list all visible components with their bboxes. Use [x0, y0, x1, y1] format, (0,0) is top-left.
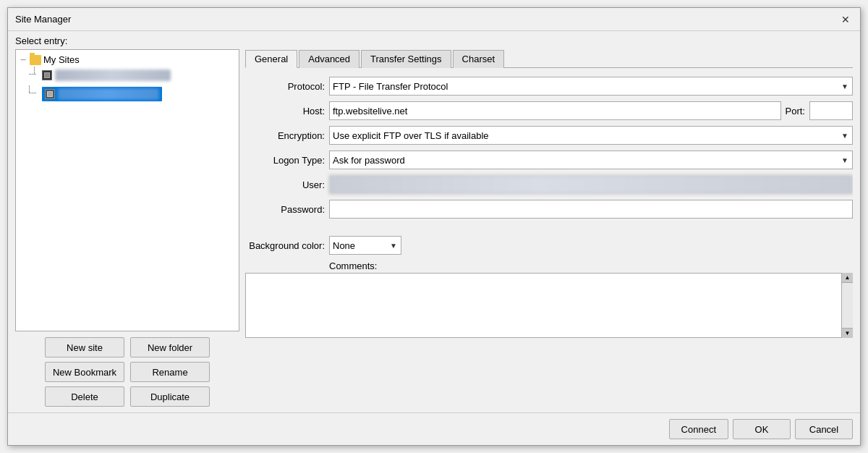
bg-color-select[interactable]: None Red Green Blue Yellow — [329, 236, 401, 255]
site-row-2[interactable] — [42, 87, 162, 101]
port-label: Port: — [786, 106, 805, 117]
duplicate-button[interactable]: Duplicate — [130, 386, 210, 407]
host-label: Host: — [245, 106, 325, 117]
comments-section: Comments: ▲ ▼ — [245, 261, 853, 338]
port-input[interactable] — [809, 101, 853, 120]
close-button[interactable]: ✕ — [838, 12, 853, 27]
delete-button[interactable]: Delete — [45, 386, 124, 407]
site-name-2-blurred — [58, 88, 159, 100]
site-row-1[interactable] — [42, 68, 171, 82]
comments-label-text: Comments: — [329, 261, 377, 271]
user-row: User: — [245, 175, 853, 194]
tab-charset[interactable]: Charset — [453, 50, 505, 68]
site-icon-2 — [45, 89, 55, 99]
tree-root-item[interactable]: ─ My Sites — [19, 53, 236, 67]
left-panel: ─ My Sites — [15, 49, 239, 412]
site-manager-dialog: Site Manager ✕ Select entry: ─ My Sites — [7, 7, 861, 446]
title-bar: Site Manager ✕ — [8, 8, 860, 31]
encryption-select-wrapper: Use explicit FTP over TLS if available O… — [329, 126, 853, 145]
tabs: General Advanced Transfer Settings Chars… — [245, 49, 853, 68]
logon-row: Logon Type: Ask for password Normal Anon… — [245, 151, 853, 169]
scrollbar-up[interactable]: ▲ — [842, 273, 853, 283]
tab-general[interactable]: General — [245, 50, 297, 68]
comments-scrollbar: ▲ ▼ — [841, 273, 853, 338]
new-bookmark-button[interactable]: New Bookmark — [45, 362, 124, 382]
connect-button[interactable]: Connect — [669, 419, 728, 439]
dialog-title: Site Manager — [15, 14, 71, 25]
bg-color-row: Background color: None Red Green Blue Ye… — [245, 236, 853, 255]
ok-button[interactable]: OK — [733, 419, 791, 439]
tree-child-2 — [29, 85, 236, 101]
cancel-button[interactable]: Cancel — [795, 419, 853, 439]
encryption-row: Encryption: Use explicit FTP over TLS if… — [245, 126, 853, 145]
scrollbar-down[interactable]: ▼ — [842, 328, 853, 338]
protocol-row: Protocol: FTP - File Transfer Protocol S… — [245, 77, 853, 96]
host-port-group: Port: — [329, 101, 853, 120]
btn-row-2: New Bookmark Rename — [45, 362, 210, 382]
bg-color-select-wrapper: None Red Green Blue Yellow ▼ — [329, 236, 401, 255]
folder-icon — [30, 55, 41, 65]
host-row: Host: Port: — [245, 101, 853, 120]
right-panel: General Advanced Transfer Settings Chars… — [245, 49, 853, 412]
encryption-label: Encryption: — [245, 130, 325, 141]
new-folder-button[interactable]: New folder — [130, 337, 210, 357]
tab-advanced[interactable]: Advanced — [299, 50, 359, 68]
protocol-select[interactable]: FTP - File Transfer Protocol SFTP - SSH … — [329, 77, 853, 96]
scrollbar-track — [842, 283, 853, 328]
user-label: User: — [245, 179, 325, 190]
tree-expand-icon[interactable]: ─ — [19, 56, 27, 64]
left-buttons: New site New folder New Bookmark Rename … — [15, 331, 239, 412]
site-name-1-blurred — [55, 69, 171, 81]
password-input[interactable] — [329, 200, 853, 219]
form-area: Protocol: FTP - File Transfer Protocol S… — [245, 74, 853, 412]
password-row: Password: — [245, 200, 853, 219]
protocol-select-wrapper: FTP - File Transfer Protocol SFTP - SSH … — [329, 77, 853, 96]
bg-color-label: Background color: — [245, 240, 325, 251]
rename-button[interactable]: Rename — [130, 362, 210, 382]
comments-area-container: ▲ ▼ — [245, 273, 853, 338]
user-input-blurred[interactable] — [329, 175, 853, 194]
main-area: ─ My Sites — [8, 49, 860, 412]
password-label: Password: — [245, 204, 325, 215]
tree-root-label: My Sites — [43, 54, 80, 65]
comments-textarea[interactable] — [245, 273, 853, 338]
new-site-button[interactable]: New site — [45, 337, 124, 357]
logon-select[interactable]: Ask for password Normal Anonymous Intera… — [329, 151, 853, 169]
dialog-body: Select entry: ─ My Sites — [8, 31, 860, 445]
comments-label-row: Comments: — [245, 261, 853, 271]
protocol-label: Protocol: — [245, 81, 325, 92]
btn-row-3: Delete Duplicate — [45, 386, 210, 407]
site-icon-1 — [42, 70, 52, 80]
logon-label: Logon Type: — [245, 155, 325, 166]
bottom-bar: Connect OK Cancel — [8, 412, 860, 445]
tree-child-1 — [29, 67, 236, 82]
tree-children — [29, 67, 236, 101]
select-entry-label: Select entry: — [8, 31, 860, 49]
tab-transfer-settings[interactable]: Transfer Settings — [361, 50, 451, 68]
host-input[interactable] — [329, 101, 781, 120]
logon-select-wrapper: Ask for password Normal Anonymous Intera… — [329, 151, 853, 169]
encryption-select[interactable]: Use explicit FTP over TLS if available O… — [329, 126, 853, 145]
comments-area-inner: ▲ ▼ — [245, 273, 853, 338]
tree-container[interactable]: ─ My Sites — [15, 49, 239, 331]
spacer-1 — [245, 224, 853, 236]
btn-row-1: New site New folder — [45, 337, 210, 357]
